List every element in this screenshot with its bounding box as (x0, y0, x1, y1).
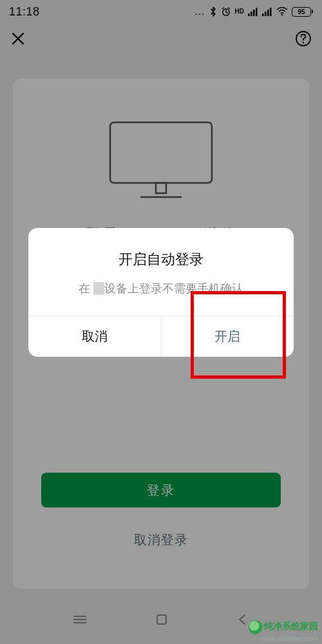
back-icon[interactable] (236, 613, 249, 626)
svg-rect-18 (157, 615, 166, 624)
dialog-title: 开启自动登录 (28, 228, 294, 269)
annotation-highlight (191, 291, 286, 379)
watermark-brand: 纯净系统家园 (264, 621, 318, 631)
cancel-button[interactable]: 取消 (28, 316, 162, 357)
home-icon[interactable] (155, 613, 168, 626)
recents-icon[interactable] (73, 612, 87, 627)
watermark: 纯净系统家园 www.yidaimei.com (249, 620, 318, 643)
watermark-url: www.yidaimei.com (260, 634, 318, 642)
watermark-logo-icon (249, 620, 263, 634)
